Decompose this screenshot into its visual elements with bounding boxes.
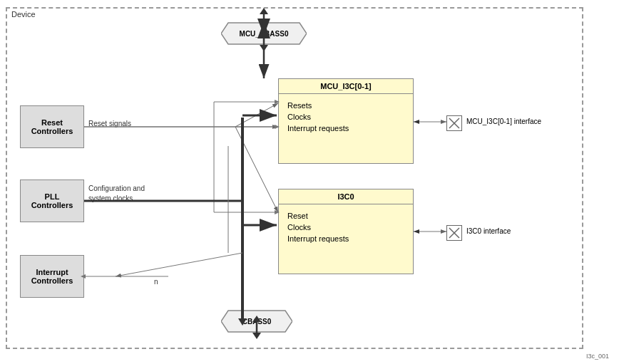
bottom-label: I3c_001 (586, 353, 609, 360)
mcu-i3c-interface-label: MCU_I3C[0-1] interface (466, 118, 541, 125)
mcu-i3c-title: MCU_I3C[0-1] (279, 79, 413, 94)
mcu-i3c-items: Resets Clocks Interrupt requests (279, 94, 413, 140)
diagram-container: Device ResetControllers PLLControllers I… (0, 0, 619, 364)
reset-controllers-label: ResetControllers (31, 118, 73, 135)
i3c0-title: I3C0 (279, 189, 413, 204)
i3c0-item-interrupts: Interrupt requests (287, 234, 404, 243)
reset-signals-label: Reset signals (88, 120, 131, 128)
interrupt-controllers-box: InterruptControllers (20, 255, 84, 298)
mcu-i3c-item-clocks: Clocks (287, 113, 404, 121)
config-clocks-label: Configuration andsystem clocks (88, 184, 145, 204)
i3c0-item-reset: Reset (287, 212, 404, 220)
i3c0-item-clocks: Clocks (287, 223, 404, 232)
reset-controllers-box: ResetControllers (20, 105, 84, 148)
svg-text:MCU_CBASS0: MCU_CBASS0 (240, 30, 289, 38)
pll-controllers-box: PLLControllers (20, 180, 84, 222)
mcu-cbass0-shape: MCU_CBASS0 (221, 20, 307, 47)
mcu-i3c-interface-box (446, 115, 462, 131)
device-border (6, 7, 583, 349)
mcu-i3c-box: MCU_I3C[0-1] Resets Clocks Interrupt req… (278, 78, 414, 164)
i3c0-interface-label: I3C0 interface (466, 227, 511, 235)
i3c0-interface-box (446, 225, 462, 241)
i3c0-box: I3C0 Reset Clocks Interrupt requests (278, 189, 414, 274)
mcu-i3c-item-resets: Resets (287, 101, 404, 110)
device-label: Device (11, 10, 36, 19)
pll-controllers-label: PLLControllers (31, 192, 73, 209)
interrupt-controllers-label: InterruptControllers (31, 268, 73, 285)
svg-text:CBASS0: CBASS0 (242, 318, 272, 326)
n-label: n (154, 278, 158, 286)
cbass0-shape: CBASS0 (221, 308, 292, 335)
mcu-i3c-item-interrupts: Interrupt requests (287, 124, 404, 132)
i3c0-items: Reset Clocks Interrupt requests (279, 204, 413, 250)
